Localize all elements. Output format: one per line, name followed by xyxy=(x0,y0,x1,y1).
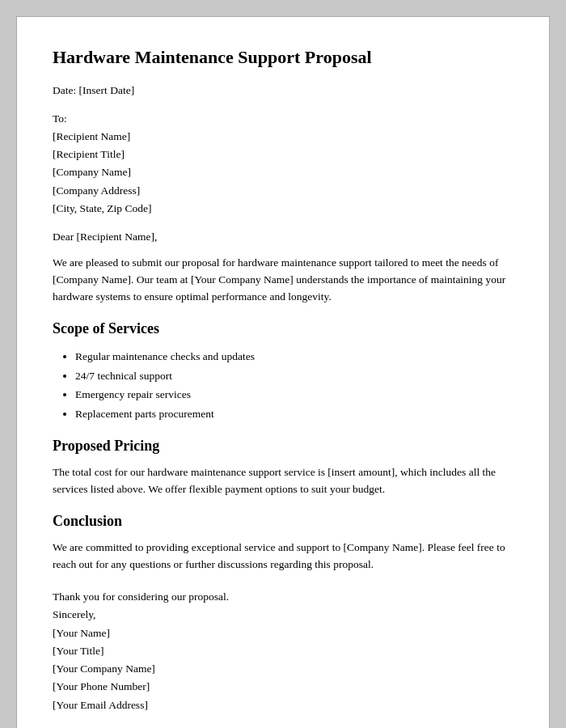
salutation: Dear [Recipient Name], xyxy=(53,231,513,243)
address-block: To: [Recipient Name] [Recipient Title] [… xyxy=(53,110,513,218)
document-container: Hardware Maintenance Support Proposal Da… xyxy=(16,16,550,728)
list-item: Replacement parts procurement xyxy=(75,404,513,424)
list-item: Regular maintenance checks and updates xyxy=(75,347,513,366)
services-list: Regular maintenance checks and updates 2… xyxy=(75,347,513,424)
closing-your-company: [Your Company Name] xyxy=(53,660,513,678)
conclusion-body: We are committed to providing exceptiona… xyxy=(53,540,513,574)
city-state-zip: [City, State, Zip Code] xyxy=(53,200,513,218)
conclusion-heading: Conclusion xyxy=(53,513,513,530)
closing-thank-you: Thank you for considering our proposal. xyxy=(53,588,513,606)
scope-heading: Scope of Services xyxy=(53,320,513,337)
company-address: [Company Address] xyxy=(53,182,513,200)
company-name: [Company Name] xyxy=(53,163,513,181)
closing-your-name: [Your Name] xyxy=(53,624,513,642)
closing-your-title: [Your Title] xyxy=(53,642,513,660)
closing-block: Thank you for considering our proposal. … xyxy=(53,588,513,714)
closing-your-email: [Your Email Address] xyxy=(53,696,513,714)
document-title: Hardware Maintenance Support Proposal xyxy=(53,46,513,70)
intro-paragraph: We are pleased to submit our proposal fo… xyxy=(53,255,513,306)
pricing-body: The total cost for our hardware maintena… xyxy=(53,464,513,498)
date-line: Date: [Insert Date] xyxy=(53,84,513,97)
closing-sincerely: Sincerely, xyxy=(53,606,513,624)
closing-your-phone: [Your Phone Number] xyxy=(53,678,513,696)
address-to: To: xyxy=(53,110,513,128)
list-item: 24/7 technical support xyxy=(75,366,513,386)
recipient-title: [Recipient Title] xyxy=(53,146,513,163)
list-item: Emergency repair services xyxy=(75,385,513,404)
recipient-name: [Recipient Name] xyxy=(53,128,513,146)
pricing-heading: Proposed Pricing xyxy=(53,438,513,455)
